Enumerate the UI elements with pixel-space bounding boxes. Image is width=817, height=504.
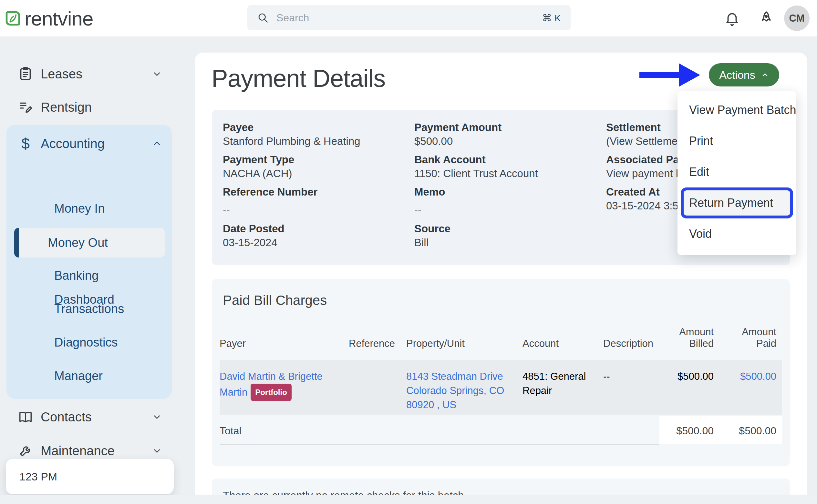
menu-item-edit[interactable]: Edit — [678, 156, 796, 187]
actions-button-label: Actions — [719, 69, 755, 81]
field-payment-amount: Payment Amount $500.00 — [414, 121, 595, 148]
notifications-bell-icon[interactable] — [724, 10, 740, 26]
details-column-2: Payment Amount $500.00 Bank Account 1150… — [414, 121, 595, 250]
search-bar[interactable]: ⌘ K — [247, 5, 570, 30]
field-label: Payee — [223, 121, 404, 134]
wrench-icon — [18, 443, 33, 458]
sidebar-item-diagnostics[interactable]: Diagnostics — [54, 336, 117, 349]
col-header-property-unit: Property/Unit — [406, 338, 522, 349]
divider — [220, 444, 660, 445]
field-value: NACHA (ACH) — [223, 166, 404, 181]
dollar-icon: $ — [18, 135, 33, 152]
amount-billed-cell: $500.00 — [660, 369, 720, 415]
sidebar-item-contacts[interactable]: Contacts — [6, 407, 172, 427]
field-memo: Memo -- — [414, 185, 595, 212]
toast-text: 123 PM — [19, 470, 57, 483]
paid-bill-charges-card: Paid Bill Charges Payer Reference Proper… — [212, 279, 790, 466]
property-unit-cell: 8143 Steadman Drive Colorado Springs, CO… — [406, 369, 522, 415]
account-cell: 4851: General Repair — [522, 369, 603, 415]
total-label: Total — [220, 425, 349, 437]
field-label: Memo — [414, 185, 595, 199]
chevron-down-icon — [152, 412, 162, 422]
col-header-reference: Reference — [349, 338, 406, 349]
payee-link[interactable]: Stanford Plumbing & Heating — [223, 134, 404, 148]
portfolio-badge: Portfolio — [251, 384, 292, 401]
actions-dropdown-menu: View Payment Batch Print Edit Return Pay… — [678, 91, 796, 255]
col-header-amount-paid: Amount Paid — [720, 326, 782, 349]
actions-button[interactable]: Actions — [709, 63, 779, 86]
property-link-line[interactable]: 8143 Steadman Drive — [406, 369, 522, 384]
sidebar-item-rentsign[interactable]: Rentsign — [6, 97, 172, 117]
sidebar-item-money-in[interactable]: Money In — [54, 202, 105, 216]
total-grid: Total $500.00 $500.00 — [220, 425, 782, 437]
col-header-payer: Payer — [220, 338, 349, 349]
property-link-line[interactable]: Colorado Springs, CO — [406, 384, 522, 398]
field-label: Bank Account — [414, 153, 595, 166]
field-label: Date Posted — [223, 217, 404, 236]
search-icon — [257, 12, 269, 24]
sidebar-item-accounting[interactable]: $ Accounting — [6, 134, 172, 154]
table-row: David Martin & Brigette MartinPortfolio … — [220, 360, 782, 415]
field-bank-account: Bank Account 1150: Client Trust Account — [414, 153, 595, 180]
sidebar-item-banking[interactable]: Banking — [54, 269, 98, 283]
signature-icon — [18, 100, 33, 115]
sidebar-label-money-out: Money Out — [48, 228, 108, 257]
field-payee: Payee Stanford Plumbing & Heating — [223, 121, 404, 148]
page-title: Payment Details — [212, 64, 385, 92]
details-column-1: Payee Stanford Plumbing & Heating Paymen… — [223, 121, 404, 250]
amount-paid-link[interactable]: $500.00 — [720, 369, 782, 415]
field-source: Source Bill — [414, 217, 595, 245]
bottom-clip-strip — [0, 495, 817, 504]
col-header-account: Account — [522, 338, 603, 349]
property-link-line[interactable]: 80920 , US — [406, 398, 522, 412]
menu-item-void[interactable]: Void — [678, 218, 796, 249]
field-reference-number: Reference Number -- — [223, 185, 404, 212]
field-date-posted: Date Posted 03-15-2024 — [223, 217, 404, 245]
field-label: Reference Number — [223, 185, 404, 199]
sidebar-item-leases[interactable]: Leases — [6, 64, 172, 84]
sidebar-accounting-group: $ Accounting Dashboard Money In Money Ou… — [6, 125, 172, 399]
chevron-up-icon — [152, 138, 162, 149]
description-cell: -- — [603, 369, 660, 415]
total-amount-billed: $500.00 — [660, 425, 720, 437]
sidebar-item-transactions[interactable]: Transactions — [54, 302, 124, 316]
menu-item-return-payment[interactable]: Return Payment — [681, 187, 793, 218]
chevron-down-icon — [152, 446, 162, 456]
field-label: Payment Amount — [414, 121, 595, 134]
user-avatar[interactable]: CM — [784, 5, 810, 31]
sidebar-label-contacts: Contacts — [41, 410, 92, 424]
search-shortcut: ⌘ K — [542, 12, 561, 24]
bank-account-link[interactable]: 1150: Client Trust Account — [414, 166, 595, 181]
field-payment-type: Payment Type NACHA (ACH) — [223, 153, 404, 180]
reference-cell — [349, 369, 406, 415]
book-icon — [18, 409, 33, 424]
menu-item-view-payment-batch[interactable]: View Payment Batch — [678, 95, 796, 126]
sidebar-label-leases: Leases — [41, 67, 82, 81]
avatar-initials: CM — [789, 13, 804, 24]
sidebar-item-maintenance[interactable]: Maintenance — [6, 441, 172, 461]
sidebar-item-money-out[interactable]: Money Out — [14, 228, 165, 257]
table-total-row: Total $500.00 $500.00 — [220, 416, 782, 445]
rentvine-logo[interactable]: rentvine — [5, 7, 93, 30]
brand-name: rentvine — [25, 7, 93, 30]
sidebar-item-manager[interactable]: Manager — [54, 369, 103, 383]
col-header-amount-billed: Amount Billed — [660, 326, 720, 349]
annotation-arrow — [640, 61, 701, 89]
field-value: -- — [223, 199, 404, 217]
sidebar-label-rentsign: Rentsign — [41, 100, 92, 115]
sidebar-label-maintenance: Maintenance — [41, 444, 115, 458]
total-amount-paid: $500.00 — [720, 425, 782, 437]
time-toast: 123 PM — [6, 459, 174, 494]
field-value: $500.00 — [414, 134, 595, 148]
menu-item-print[interactable]: Print — [678, 126, 796, 156]
payer-cell: David Martin & Brigette MartinPortfolio — [220, 369, 349, 415]
field-value: -- — [414, 199, 595, 217]
active-item-indicator — [14, 228, 19, 257]
sidebar-label-accounting: Accounting — [41, 136, 105, 151]
section-title: Paid Bill Charges — [223, 293, 327, 308]
rocket-icon[interactable] — [758, 10, 774, 26]
chevron-down-icon — [152, 69, 162, 79]
top-bar: rentvine ⌘ K CM — [0, 0, 817, 36]
chevron-up-icon — [761, 71, 769, 79]
search-input[interactable] — [277, 12, 534, 24]
